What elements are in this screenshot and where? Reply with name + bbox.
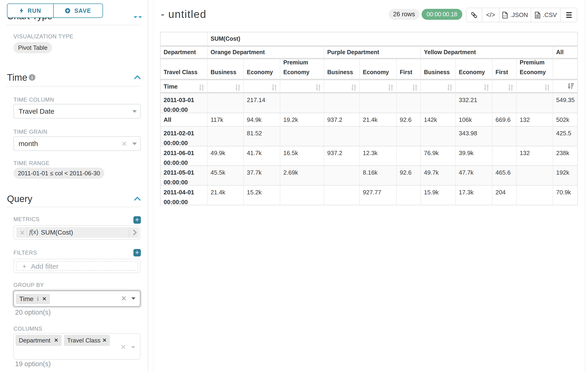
svg-text:</>: </> (504, 14, 507, 17)
